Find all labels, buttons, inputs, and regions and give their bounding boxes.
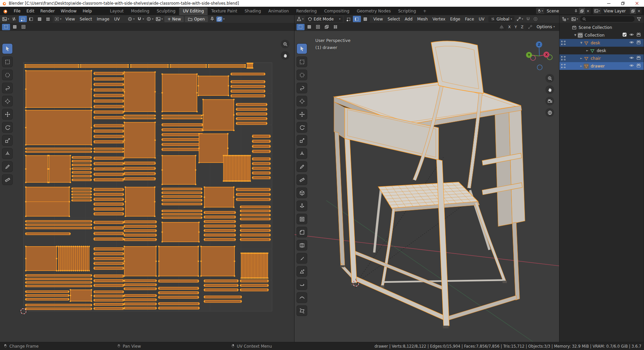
disclosure-closed-icon[interactable]: ►: [579, 57, 584, 60]
tweak-tool-button[interactable]: [297, 44, 307, 54]
uv-island[interactable]: [204, 280, 238, 291]
move-tool-button[interactable]: [297, 109, 307, 119]
proportional-editing-toggle[interactable]: [532, 16, 539, 22]
workspace-tab-sculpting[interactable]: Sculpting: [153, 7, 179, 15]
workspace-tab-shading[interactable]: Shading: [241, 7, 265, 15]
uv-island[interactable]: [93, 275, 124, 287]
viewport-menu-uv[interactable]: UV: [476, 17, 487, 21]
tweak-tool-button[interactable]: [2, 44, 12, 54]
outliner-row-collection[interactable]: ▼Collection: [559, 31, 644, 39]
outliner-row-drawer[interactable]: ►drawer: [559, 62, 644, 70]
uv-island[interactable]: [247, 62, 253, 69]
uv-layout[interactable]: [0, 31, 294, 342]
view-layer-icon[interactable]: ▾: [593, 8, 601, 14]
vertex-select-button[interactable]: [344, 16, 353, 22]
workspace-tab-texture-paint[interactable]: Texture Paint: [208, 7, 241, 15]
uv-island[interactable]: [25, 186, 70, 217]
workspace-tab-compositing[interactable]: Compositing: [320, 7, 353, 15]
checkbox-icon[interactable]: [622, 32, 627, 38]
menu-render[interactable]: Render: [37, 7, 58, 15]
remove-view-layer-button[interactable]: ×: [636, 8, 642, 14]
eye-icon[interactable]: [629, 40, 634, 46]
select-mode-set-button[interactable]: [297, 24, 305, 30]
minimize-button[interactable]: [602, 0, 616, 7]
rotate-tool-button[interactable]: [2, 122, 12, 132]
uv-island[interactable]: [236, 188, 271, 201]
new-image-button[interactable]: +New: [164, 16, 184, 22]
viewport-scene[interactable]: Z Y X: [294, 31, 559, 342]
editor-type-button[interactable]: ▾: [561, 16, 569, 22]
viewport-canvas[interactable]: Z Y X User Perspective (1) drawer: [294, 31, 559, 342]
pin-icon[interactable]: [573, 8, 579, 14]
snap-target-dropdown[interactable]: ▾: [516, 16, 524, 22]
spin-tool-button[interactable]: [297, 279, 307, 290]
uv-island[interactable]: [25, 291, 69, 300]
select-mode-subtract-button[interactable]: [19, 24, 28, 30]
uv-island[interactable]: [200, 246, 235, 277]
object-name[interactable]: desk: [597, 48, 641, 53]
pin-image-toggle[interactable]: [209, 16, 215, 22]
display-mode-dropdown[interactable]: ▾: [571, 16, 579, 22]
edge-select-button[interactable]: [353, 16, 361, 22]
perspective-toggle-icon[interactable]: [545, 108, 554, 117]
tool-options-dropdown[interactable]: Options▾: [534, 24, 557, 30]
workspace-tab-uv-editing[interactable]: UV Editing: [179, 7, 208, 15]
uv-menu-select[interactable]: Select: [77, 17, 95, 21]
scale-tool-button[interactable]: [2, 135, 12, 145]
scene-selector[interactable]: ▾ Scene ×: [536, 8, 591, 14]
camera-visibility-icon[interactable]: [636, 55, 641, 61]
view-layer-name[interactable]: View Layer: [601, 9, 630, 13]
add-cube-tool-button[interactable]: [297, 188, 307, 198]
viewport-menu-vertex[interactable]: Vertex: [430, 17, 448, 21]
pivot-point-dropdown[interactable]: ▾: [127, 16, 135, 22]
snap-dropdown[interactable]: ▾: [136, 16, 145, 22]
move-tool-button[interactable]: [2, 109, 12, 119]
mode-dropdown[interactable]: Edit Mode ▾: [305, 16, 343, 22]
select-mode-invert-button[interactable]: [323, 24, 331, 30]
uv-island[interactable]: [230, 73, 265, 75]
mirror-y-toggle[interactable]: Y: [513, 24, 519, 30]
outliner-row-scene-collection[interactable]: Scene Collection: [559, 24, 644, 31]
zoom-icon[interactable]: [281, 40, 289, 48]
select-circle-tool-button[interactable]: [297, 70, 307, 80]
add-workspace-button[interactable]: +: [420, 7, 430, 15]
uv-island[interactable]: [70, 289, 92, 302]
workspace-tab-layout[interactable]: Layout: [106, 7, 127, 15]
blender-menu-button[interactable]: [0, 7, 11, 15]
extrude-tool-button[interactable]: [297, 201, 307, 211]
uv-sync-selection-toggle[interactable]: [11, 16, 17, 22]
transform-orientation-dropdown[interactable]: Global ▾: [488, 16, 514, 22]
disclosure-open-icon[interactable]: ▼: [579, 41, 584, 44]
select-box-tool-button[interactable]: [297, 57, 307, 67]
restore-button[interactable]: [616, 0, 630, 7]
workspace-tab-rendering[interactable]: Rendering: [292, 7, 320, 15]
uv-island[interactable]: [25, 233, 71, 235]
eye-icon[interactable]: [629, 32, 634, 38]
uv-select-island-button[interactable]: [44, 16, 52, 22]
select-mode-extend-button[interactable]: [11, 24, 19, 30]
uv-island[interactable]: [161, 73, 198, 112]
proportional-editing-toggle[interactable]: ▾: [146, 16, 154, 22]
mirror-x-toggle[interactable]: X: [506, 24, 513, 30]
uv-island[interactable]: [123, 122, 156, 159]
viewport-menu-select[interactable]: Select: [385, 17, 402, 21]
menu-file[interactable]: File: [11, 7, 23, 15]
uv-island[interactable]: [123, 71, 156, 112]
select-mode-extend-button[interactable]: [305, 24, 313, 30]
select-box-tool-button[interactable]: [2, 57, 12, 67]
workspace-tab-animation[interactable]: Animation: [265, 7, 292, 15]
snap-magnet-toggle[interactable]: [525, 16, 531, 22]
browse-image-dropdown[interactable]: ▾: [155, 16, 163, 22]
uv-canvas[interactable]: [0, 31, 294, 342]
menu-edit[interactable]: Edit: [23, 7, 37, 15]
uv-island[interactable]: [158, 280, 199, 282]
workspace-tab-scripting[interactable]: Scripting: [394, 7, 420, 15]
uv-island[interactable]: [25, 246, 57, 271]
knife-tool-button[interactable]: [297, 253, 307, 263]
uv-select-vertex-button[interactable]: [19, 16, 27, 22]
uv-island[interactable]: [123, 279, 157, 290]
desk-shelf-unit[interactable]: [482, 106, 525, 226]
transform-tool-button[interactable]: [297, 148, 307, 159]
camera-visibility-icon[interactable]: [636, 40, 641, 46]
object-name[interactable]: drawer: [591, 64, 629, 69]
